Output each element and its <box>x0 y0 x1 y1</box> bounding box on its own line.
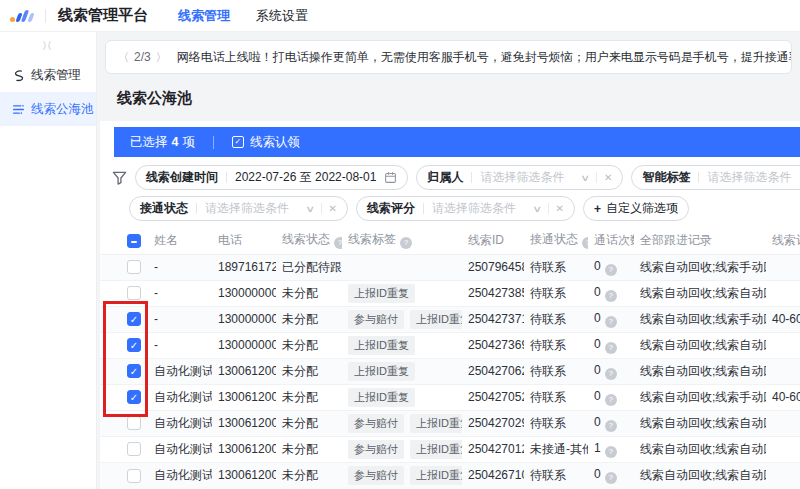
cell-follow-records: 线索自动回收;线索自动回收;... <box>634 332 766 358</box>
cell-follow-records: 线索自动回收;线索手动回收;... <box>634 254 766 280</box>
sidebar-collapse-icon[interactable]: )( <box>0 40 96 50</box>
cell-phone: 13000000000 <box>212 280 276 306</box>
notice-next-icon[interactable]: 〉 <box>156 50 167 65</box>
cell-call-count: 0? <box>588 358 634 384</box>
cell-lead-score <box>766 436 800 462</box>
cell-name: 自动化测试 <box>148 436 212 462</box>
selected-suffix: 项 <box>182 135 195 149</box>
app-title: 线索管理平台 <box>58 6 148 25</box>
tag-chip: 上报ID重复 <box>348 362 415 381</box>
cell-select <box>100 410 148 436</box>
filter-owner-pill[interactable]: 归属人请选择筛选条件∨✕ <box>416 165 623 190</box>
help-icon[interactable]: ? <box>400 237 412 249</box>
pill-divider <box>698 172 699 183</box>
cell-connect-status: 待联系 <box>524 306 588 332</box>
row-checkbox[interactable] <box>127 312 141 326</box>
help-icon[interactable]: ? <box>605 316 617 328</box>
cell-select <box>100 306 148 332</box>
tag-chip: 上报ID重复 <box>410 466 462 485</box>
row-checkbox[interactable] <box>127 286 141 300</box>
page-title: 线索公海池 <box>117 89 800 108</box>
filter-label: 自定义筛选项 <box>606 200 678 217</box>
help-icon[interactable]: ? <box>605 368 617 380</box>
lead-pool-card: 已选择4项 线索认领 线索创建时间2022-07-26 至 2022-08-01… <box>100 121 800 489</box>
cell-connect-status: 待联系 <box>524 254 588 280</box>
filter-connect-status-pill[interactable]: 接通状态请选择筛选条件∨✕ <box>129 196 348 221</box>
filter-row-1: 线索创建时间2022-07-26 至 2022-08-01归属人请选择筛选条件∨… <box>112 165 800 190</box>
sidebar-item-lead-public-pool[interactable]: 线索公海池 <box>0 92 96 126</box>
chevron-down-icon[interactable]: ∨ <box>532 204 542 214</box>
row-checkbox[interactable] <box>127 469 141 483</box>
column-header-label: 线索状态 <box>282 232 330 246</box>
row-checkbox[interactable] <box>127 442 141 456</box>
chevron-down-icon[interactable]: ∨ <box>305 204 315 214</box>
filter-lead-score-pill[interactable]: 线索评分请选择筛选条件∨✕ <box>356 196 575 221</box>
cell-lead-status: 未分配 <box>276 306 342 332</box>
cell-lead-score: 40-60 <box>766 384 800 410</box>
clear-icon[interactable]: ✕ <box>329 203 337 214</box>
tag-chip: 上报ID重复 <box>348 388 415 407</box>
help-icon[interactable]: ? <box>605 290 617 302</box>
cell-name: 自动化测试 <box>148 358 212 384</box>
row-checkbox[interactable] <box>127 390 141 404</box>
help-icon[interactable]: ? <box>605 446 617 458</box>
help-icon[interactable]: ? <box>605 342 617 354</box>
filter-smart-tag-pill[interactable]: 智能标签请选择筛选条件∨✕ <box>631 165 800 190</box>
sidebar-item-lead-management[interactable]: 线索管理 <box>0 58 96 92</box>
checkbox-icon <box>232 136 244 148</box>
navbar-divider <box>45 9 46 23</box>
app-root: 线索管理平台 线索管理系统设置 )( 线索管理线索公海池 〈 2/3 〉 网络电… <box>0 0 800 489</box>
row-checkbox[interactable] <box>127 416 141 430</box>
cell-call-count: 0? <box>588 280 634 306</box>
cell-lead-score: 40-60 <box>766 306 800 332</box>
tag-chip: 上报ID重复 <box>410 414 462 433</box>
row-checkbox[interactable] <box>127 260 141 274</box>
row-checkbox[interactable] <box>127 364 141 378</box>
help-icon[interactable]: ? <box>334 237 342 249</box>
notice-prev-icon[interactable]: 〈 <box>118 50 129 65</box>
cell-lead-status: 未分配 <box>276 384 342 410</box>
row-checkbox[interactable] <box>127 338 141 352</box>
filter-label: 接通状态 <box>140 200 188 217</box>
table-row: -13000000000未分配上报ID重复250427369待联系0?线索自动回… <box>100 332 800 358</box>
cell-lead-id: 250426710 <box>462 462 524 488</box>
filter-custom-filter-button[interactable]: +自定义筛选项 <box>583 196 689 221</box>
cell-follow-records: 线索自动回收;线索自动回收;... <box>634 280 766 306</box>
filter-label: 归属人 <box>427 169 463 186</box>
pool-list-icon <box>12 103 25 116</box>
cell-lead-status: 未分配 <box>276 462 342 488</box>
cell-name: - <box>148 254 212 280</box>
select-all-checkbox[interactable] <box>127 234 141 248</box>
cell-name: - <box>148 306 212 332</box>
filter-create-time-pill[interactable]: 线索创建时间2022-07-26 至 2022-08-01 <box>135 165 408 190</box>
cell-phone: 13006120000 <box>212 410 276 436</box>
cell-select <box>100 358 148 384</box>
cell-lead-status: 未分配 <box>276 436 342 462</box>
cell-lead-score <box>766 280 800 306</box>
cell-lead-score <box>766 358 800 384</box>
nav-item-system-settings[interactable]: 系统设置 <box>256 7 308 25</box>
pill-divider <box>471 172 472 183</box>
cell-follow-records: 线索自动回收;线索自动回收;... <box>634 410 766 436</box>
help-icon[interactable]: ? <box>605 420 617 432</box>
chevron-down-icon[interactable]: ∨ <box>581 173 591 183</box>
cell-connect-status: 待联系 <box>524 280 588 306</box>
pill-divider <box>596 172 597 183</box>
claim-leads-button[interactable]: 线索认领 <box>232 134 300 151</box>
plus-icon: + <box>594 202 601 216</box>
help-icon[interactable]: ? <box>605 264 617 276</box>
help-icon[interactable]: ? <box>582 237 588 249</box>
tag-chip: 参与赔付 <box>348 440 404 459</box>
help-icon[interactable]: ? <box>605 472 617 484</box>
help-icon[interactable]: ? <box>605 394 617 406</box>
cell-select <box>100 280 148 306</box>
filter-placeholder: 请选择筛选条件 <box>707 169 795 186</box>
content-area: 〈 2/3 〉 网络电话上线啦！打电话操作更简单，无需使用客服手机号，避免封号烦… <box>97 32 800 489</box>
cell-lead-tags: 上报ID重复 <box>342 280 462 306</box>
column-header-lead-tags: 线索标签? <box>342 227 462 254</box>
clear-icon[interactable]: ✕ <box>556 203 564 214</box>
column-header-call-count: 通话次数 <box>588 227 634 254</box>
nav-item-lead-management[interactable]: 线索管理 <box>178 7 230 25</box>
clear-icon[interactable]: ✕ <box>604 172 612 183</box>
cell-connect-status: 待联系 <box>524 410 588 436</box>
